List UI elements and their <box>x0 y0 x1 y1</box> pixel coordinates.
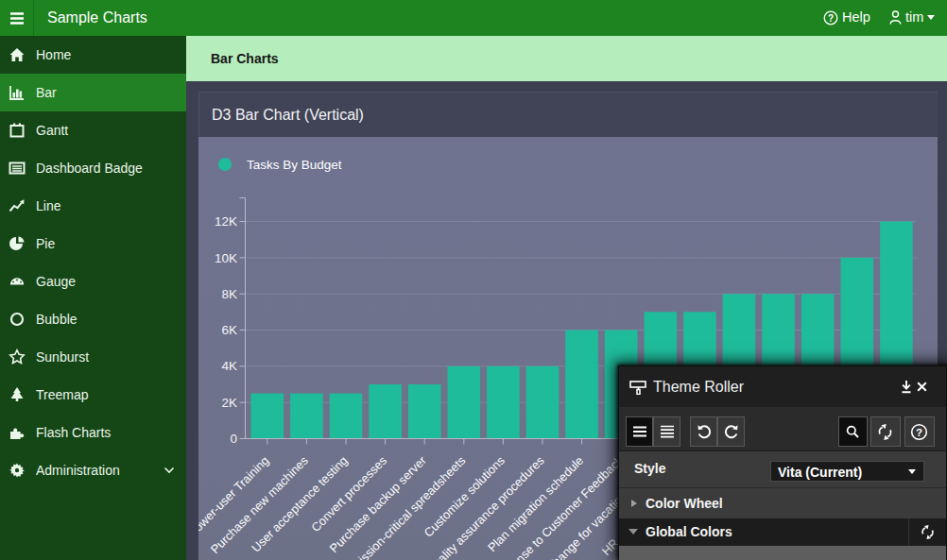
svg-text:0: 0 <box>230 432 237 446</box>
svg-text:4K: 4K <box>221 359 237 373</box>
svg-text:10K: 10K <box>215 251 237 265</box>
svg-text:2K: 2K <box>221 396 237 410</box>
svg-text:8K: 8K <box>221 287 237 301</box>
svg-text:12K: 12K <box>215 214 237 229</box>
svg-text:?: ? <box>828 13 834 24</box>
svg-text:?: ? <box>916 427 922 438</box>
svg-text:6K: 6K <box>221 323 237 337</box>
